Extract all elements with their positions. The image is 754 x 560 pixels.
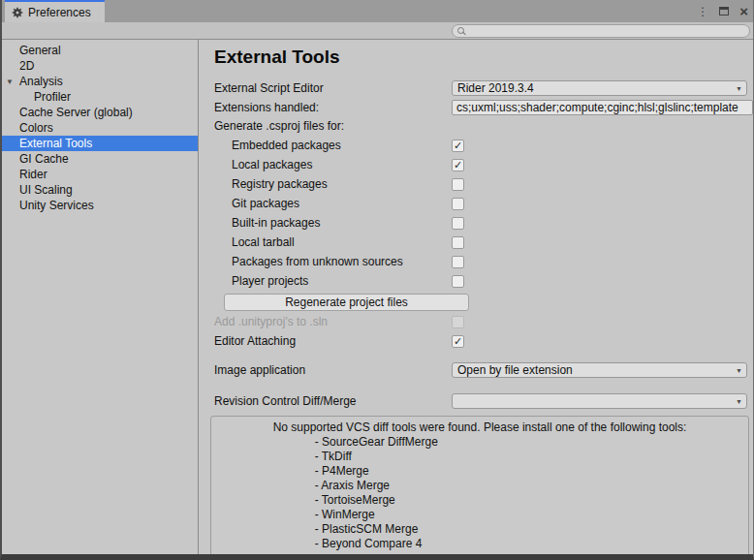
sidebar-item-label: Colors: [19, 121, 53, 135]
main-panel: External Tools External Script Editor Ri…: [199, 40, 753, 554]
vcs-tool-item: - PlasticSCM Merge: [273, 522, 687, 537]
image-application-dropdown[interactable]: Open by file extension ▼: [452, 362, 747, 378]
extensions-handled-row: Extensions handled: cs;uxml;uss;shader;c…: [214, 100, 753, 115]
revision-control-label: Revision Control Diff/Merge: [214, 394, 452, 408]
search-field[interactable]: [452, 24, 750, 38]
maximize-icon[interactable]: [719, 7, 729, 16]
sidebar-item-label: 2D: [19, 59, 34, 73]
vcs-helpbox-intro: No supported VCS diff tools were found. …: [273, 420, 687, 435]
regenerate-project-files-button[interactable]: Regenerate project files: [224, 294, 469, 311]
sidebar-item-profiler[interactable]: Profiler: [2, 89, 198, 105]
csproj-option-label: Git packages: [214, 197, 452, 210]
csproj-row-packages-from-unknown-sources: Packages from unknown sources: [214, 252, 747, 271]
external-script-editor-row: External Script Editor Rider 2019.3.4 ▼: [214, 80, 747, 96]
close-icon[interactable]: ×: [739, 5, 748, 18]
csproj-option-label: Local tarball: [214, 235, 452, 249]
menu-icon[interactable]: ⋮: [697, 6, 708, 17]
checkbox-local-packages[interactable]: ✓: [452, 159, 464, 171]
sidebar-item-label: Analysis: [19, 75, 63, 88]
vcs-tool-item: - WinMerge: [273, 508, 687, 522]
vcs-helpbox-text: No supported VCS diff tools were found. …: [273, 420, 687, 551]
chevron-down-icon: ▼: [736, 398, 742, 405]
csproj-row-embedded-packages: Embedded packages✓: [214, 136, 747, 155]
vcs-tools-list: - SourceGear DiffMerge- TkDiff- P4Merge-…: [273, 435, 687, 551]
checkbox-embedded-packages[interactable]: ✓: [452, 140, 464, 152]
page-title: External Tools: [214, 47, 753, 68]
csproj-row-registry-packages: Registry packages: [214, 174, 747, 194]
sidebar-item-2d[interactable]: 2D: [2, 58, 198, 74]
external-script-editor-dropdown[interactable]: Rider 2019.3.4 ▼: [452, 80, 747, 96]
csproj-row-built-in-packages: Built-in packages: [214, 213, 747, 233]
image-application-value: Open by file extension: [457, 363, 573, 377]
gear-icon: [12, 7, 23, 18]
sidebar-item-colors[interactable]: Colors: [2, 120, 198, 136]
checkbox-packages-from-unknown-sources[interactable]: [452, 256, 464, 268]
checkbox-git-packages[interactable]: [452, 198, 464, 210]
checkbox-built-in-packages[interactable]: [452, 217, 464, 230]
extensions-handled-input[interactable]: cs;uxml;uss;shader;compute;cginc;hlsl;gl…: [452, 100, 753, 115]
window-body: General2D▼AnalysisProfilerCache Server (…: [2, 40, 753, 554]
image-application-label: Image application: [214, 363, 452, 377]
csproj-row-git-packages: Git packages: [214, 194, 747, 213]
vcs-tool-item: - TortoiseMerge: [273, 493, 687, 508]
sidebar-item-analysis[interactable]: ▼Analysis: [2, 74, 198, 89]
sidebar-item-label: External Tools: [19, 137, 92, 150]
chevron-down-icon: ▼: [736, 85, 742, 92]
csproj-option-label: Built-in packages: [214, 216, 452, 230]
csproj-row-player-projects: Player projects: [214, 271, 747, 291]
generate-csproj-options: Embedded packages✓Local packages✓Registr…: [214, 136, 753, 291]
external-script-editor-value: Rider 2019.3.4: [457, 81, 534, 95]
image-application-row: Image application Open by file extension…: [214, 362, 747, 378]
sidebar-item-unity-services[interactable]: Unity Services: [2, 198, 198, 213]
titlebar: Preferences ⋮ ×: [2, 0, 753, 22]
tab-preferences[interactable]: Preferences: [5, 0, 105, 22]
vcs-tool-item: - P4Merge: [273, 464, 687, 479]
sidebar-item-general[interactable]: General: [2, 43, 198, 58]
csproj-row-local-packages: Local packages✓: [214, 155, 747, 174]
vcs-tool-item: - SourceGear DiffMerge: [273, 435, 687, 450]
csproj-row-local-tarball: Local tarball: [214, 233, 747, 252]
tab-title: Preferences: [28, 6, 91, 19]
sidebar-item-label: Unity Services: [19, 199, 94, 212]
toolbar: [2, 22, 753, 40]
generate-csproj-label: Generate .csproj files for:: [214, 119, 753, 133]
sidebar-item-label: Rider: [19, 168, 47, 181]
csproj-option-label: Local packages: [214, 158, 452, 171]
sidebar-item-label: Cache Server (global): [19, 106, 133, 119]
chevron-down-icon: ▼: [736, 367, 742, 374]
vcs-helpbox: No supported VCS diff tools were found. …: [210, 416, 749, 554]
sidebar-item-label: UI Scaling: [19, 183, 73, 197]
vcs-tool-item: - TkDiff: [273, 450, 687, 464]
regenerate-row: Regenerate project files: [214, 294, 753, 311]
revision-control-dropdown[interactable]: ▼: [452, 393, 747, 409]
unityproj-row: Add .unityproj's to .sln: [214, 314, 747, 329]
sidebar: General2D▼AnalysisProfilerCache Server (…: [2, 40, 199, 554]
extensions-handled-value: cs;uxml;uss;shader;compute;cginc;hlsl;gl…: [456, 101, 738, 114]
csproj-option-label: Packages from unknown sources: [214, 255, 452, 268]
editor-attaching-checkbox[interactable]: ✓: [452, 335, 464, 348]
add-unityproj-label: Add .unityproj's to .sln: [214, 315, 452, 328]
editor-attaching-row: Editor Attaching ✓: [214, 333, 747, 349]
foldout-triangle-icon[interactable]: ▼: [6, 75, 14, 90]
window-controls: ⋮ ×: [697, 0, 748, 22]
checkbox-local-tarball[interactable]: [452, 236, 464, 249]
sidebar-item-ui-scaling[interactable]: UI Scaling: [2, 182, 198, 198]
vcs-tool-item: - Araxis Merge: [273, 479, 687, 493]
extensions-handled-label: Extensions handled:: [214, 101, 452, 114]
search-input[interactable]: [466, 25, 749, 37]
sidebar-item-cache-server-global[interactable]: Cache Server (global): [2, 105, 198, 120]
preferences-window: Preferences ⋮ × General2D▼AnalysisProfil…: [0, 0, 754, 560]
vcs-tool-item: - Beyond Compare 4: [273, 537, 687, 551]
search-icon: [457, 27, 466, 36]
sidebar-item-rider[interactable]: Rider: [2, 167, 198, 182]
editor-attaching-label: Editor Attaching: [214, 334, 452, 348]
sidebar-item-label: Profiler: [34, 90, 71, 104]
csproj-option-label: Embedded packages: [214, 139, 452, 152]
revision-control-row: Revision Control Diff/Merge ▼: [214, 393, 747, 409]
sidebar-item-label: GI Cache: [19, 152, 69, 166]
sidebar-item-external-tools[interactable]: External Tools: [2, 136, 198, 151]
checkbox-player-projects[interactable]: [452, 275, 464, 288]
sidebar-item-gi-cache[interactable]: GI Cache: [2, 151, 198, 167]
sidebar-item-label: General: [19, 44, 61, 57]
checkbox-registry-packages[interactable]: [452, 178, 464, 191]
